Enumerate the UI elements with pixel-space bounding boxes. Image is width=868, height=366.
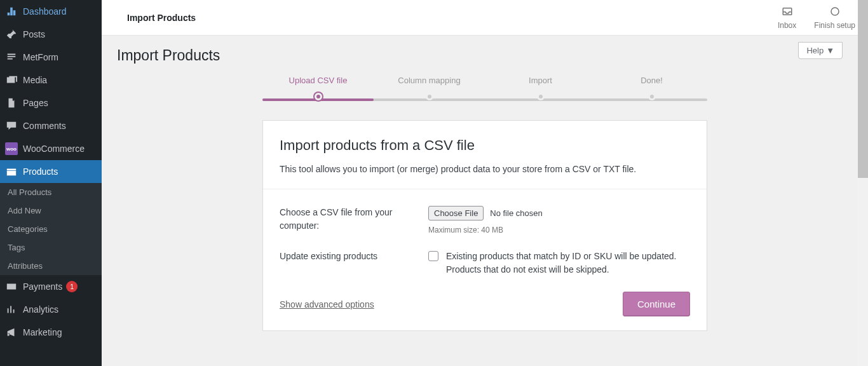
card-footer: Show advanced options Continue [280,292,690,316]
sidebar-item-label: Media [23,75,47,85]
sidebar-item-media[interactable]: Media [0,69,102,92]
sidebar-item-label: Dashboard [23,6,67,17]
help-label: Help [806,46,824,55]
svg-point-1 [831,8,839,15]
step-label: Done! [596,76,707,85]
admin-sidebar: Dashboard Posts MetForm Media Pages Comm… [0,0,102,366]
wizard-steps: Upload CSV file Column mapping Import Do… [262,76,707,102]
update-row: Update existing products Existing produc… [280,250,690,276]
sidebar-item-label: Marketing [23,327,62,337]
topbar-right: Inbox Finish setup [778,6,855,30]
divider [263,189,707,189]
step-dot-icon [426,93,433,100]
sidebar-item-pages[interactable]: Pages [0,92,102,114]
update-field: Existing products that match by ID or SK… [428,250,690,276]
subitem-tags[interactable]: Tags [0,238,102,257]
step-done: Done! [596,76,707,102]
topbar-title: Import Products [127,13,196,23]
step-mapping: Column mapping [374,76,485,102]
file-label: Choose a CSV file from your computer: [280,206,413,234]
step-label: Import [485,76,596,85]
marketing-icon [5,326,18,339]
step-upload: Upload CSV file [262,76,374,102]
choose-file-button[interactable]: Choose File [428,206,484,220]
sidebar-item-comments[interactable]: Comments [0,114,102,137]
sidebar-item-payments[interactable]: Payments 1 [0,275,102,298]
sidebar-item-analytics[interactable]: Analytics [0,298,102,321]
main-content: Import Products Inbox Finish setup Help … [102,0,868,366]
sidebar-submenu: All Products Add New Categories Tags Att… [0,183,102,275]
metform-icon [5,51,18,64]
sidebar-item-marketing[interactable]: Marketing [0,321,102,344]
sidebar-item-label: Posts [23,29,45,39]
update-label: Update existing products [280,250,413,276]
step-dot-icon [537,93,545,100]
import-wizard: Upload CSV file Column mapping Import Do… [262,76,707,331]
import-card: Import products from a CSV file This too… [262,120,707,331]
media-icon [5,74,18,86]
sidebar-item-label: Products [23,166,58,177]
inbox-icon [782,6,793,19]
pin-icon [5,28,18,41]
payment-icon [5,280,18,293]
file-field: Choose File No file chosen Maximum size:… [428,206,690,234]
update-existing-checkbox[interactable] [428,251,438,261]
sidebar-item-label: Pages [23,98,48,108]
scrollbar[interactable] [858,0,868,366]
max-size-hint: Maximum size: 40 MB [428,226,690,234]
finish-setup-label: Finish setup [814,21,855,30]
inbox-button[interactable]: Inbox [778,6,796,30]
sidebar-item-label: WooCommerce [23,144,85,154]
comment-icon [5,119,18,132]
subitem-categories[interactable]: Categories [0,220,102,238]
file-status: No file chosen [490,208,542,218]
sidebar-item-label: MetForm [23,52,58,62]
subitem-add-new[interactable]: Add New [0,201,102,220]
badge-count: 1 [66,281,78,292]
scrollbar-thumb[interactable] [858,0,868,178]
sidebar-item-label: Comments [23,121,66,131]
step-import: Import [485,76,596,102]
card-heading: Import products from a CSV file [280,137,690,154]
page-title: Import Products [117,47,855,64]
step-label: Column mapping [374,76,485,85]
sidebar-item-woocommerce[interactable]: woo WooCommerce [0,137,102,160]
finish-setup-button[interactable]: Finish setup [814,6,855,30]
content-wrap: Help ▼ Import Products Upload CSV file C… [102,36,868,350]
circle-icon [829,6,841,19]
continue-button[interactable]: Continue [623,292,690,316]
step-dot-icon [648,93,656,100]
sidebar-item-dashboard[interactable]: Dashboard [0,0,102,23]
inbox-label: Inbox [778,21,796,30]
analytics-icon [5,303,18,316]
sidebar-item-posts[interactable]: Posts [0,23,102,46]
file-row: Choose a CSV file from your computer: Ch… [280,206,690,234]
woocommerce-icon: woo [5,142,18,155]
step-dot-icon [315,93,322,100]
card-description: This tool allows you to import (or merge… [280,163,690,176]
sidebar-item-label: Analytics [23,304,58,315]
step-label: Upload CSV file [262,76,374,85]
sidebar-item-products[interactable]: Products [0,160,102,183]
sidebar-item-label: Payments [23,281,62,292]
subitem-attributes[interactable]: Attributes [0,257,102,275]
page-icon [5,97,18,109]
show-advanced-link[interactable]: Show advanced options [280,299,374,309]
chevron-down-icon: ▼ [826,46,834,55]
sidebar-item-metform[interactable]: MetForm [0,46,102,69]
dashboard-icon [5,5,18,18]
help-tab[interactable]: Help ▼ [798,42,843,59]
subitem-all-products[interactable]: All Products [0,183,102,201]
topbar: Import Products Inbox Finish setup [102,0,868,36]
product-icon [5,165,18,178]
update-description: Existing products that match by ID or SK… [446,250,689,276]
